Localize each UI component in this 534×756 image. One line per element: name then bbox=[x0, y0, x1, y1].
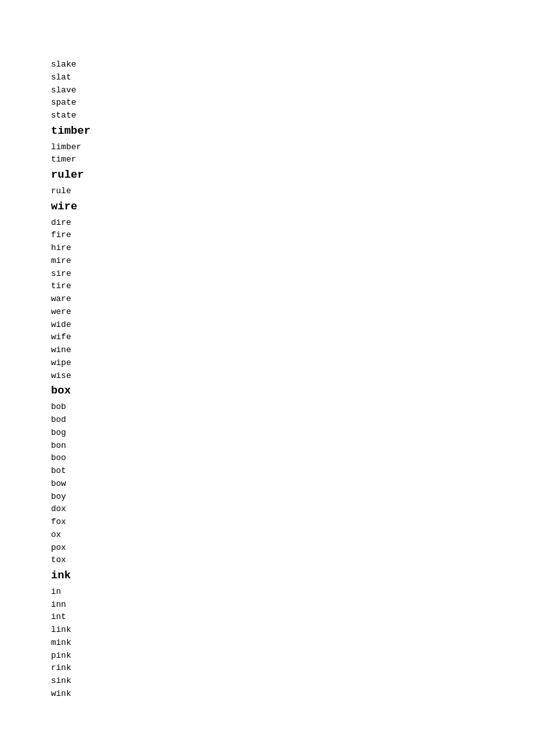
list-word: ox bbox=[51, 529, 534, 541]
list-word: link bbox=[51, 624, 534, 636]
list-word: rule bbox=[51, 185, 534, 198]
list-word: int bbox=[51, 611, 534, 624]
list-word: slake bbox=[51, 58, 534, 71]
list-word: slave bbox=[51, 84, 534, 97]
list-word: wise bbox=[51, 370, 534, 383]
list-word: slat bbox=[51, 71, 534, 84]
list-word: wine bbox=[51, 344, 534, 357]
list-word: tire bbox=[51, 280, 534, 293]
header-word: timber bbox=[51, 122, 534, 141]
list-word: fire bbox=[51, 229, 534, 242]
list-word: state bbox=[51, 109, 534, 122]
header-word: wire bbox=[51, 198, 534, 216]
header-word: box bbox=[51, 382, 534, 401]
list-word: boo bbox=[51, 452, 534, 465]
list-word: mire bbox=[51, 255, 534, 268]
list-word: spate bbox=[51, 96, 534, 109]
list-word: were bbox=[51, 306, 534, 319]
list-word: bob bbox=[51, 401, 534, 414]
list-word: bon bbox=[51, 439, 534, 452]
list-word: tox bbox=[51, 554, 534, 567]
list-word: wipe bbox=[51, 357, 534, 370]
list-word: in bbox=[51, 585, 534, 598]
list-word: wide bbox=[51, 319, 534, 331]
word-list: slakeslatslavespatestatetimberlimbertime… bbox=[51, 58, 534, 700]
list-word: hire bbox=[51, 242, 534, 255]
list-word: mink bbox=[51, 636, 534, 649]
list-word: sire bbox=[51, 268, 534, 280]
header-word: ruler bbox=[51, 166, 534, 185]
list-word: timer bbox=[51, 153, 534, 166]
list-word: boy bbox=[51, 490, 534, 503]
header-word: ink bbox=[51, 567, 534, 585]
list-word: bot bbox=[51, 465, 534, 478]
list-word: ware bbox=[51, 293, 534, 306]
list-word: wife bbox=[51, 331, 534, 344]
list-word: dox bbox=[51, 503, 534, 516]
list-word: pink bbox=[51, 649, 534, 662]
list-word: bow bbox=[51, 478, 534, 490]
list-word: bod bbox=[51, 414, 534, 426]
list-word: sink bbox=[51, 675, 534, 688]
list-word: wink bbox=[51, 688, 534, 700]
list-word: rink bbox=[51, 662, 534, 675]
list-word: pox bbox=[51, 541, 534, 554]
list-word: fox bbox=[51, 516, 534, 529]
list-word: limber bbox=[51, 141, 534, 154]
list-word: dire bbox=[51, 216, 534, 229]
list-word: bog bbox=[51, 426, 534, 439]
list-word: inn bbox=[51, 598, 534, 611]
